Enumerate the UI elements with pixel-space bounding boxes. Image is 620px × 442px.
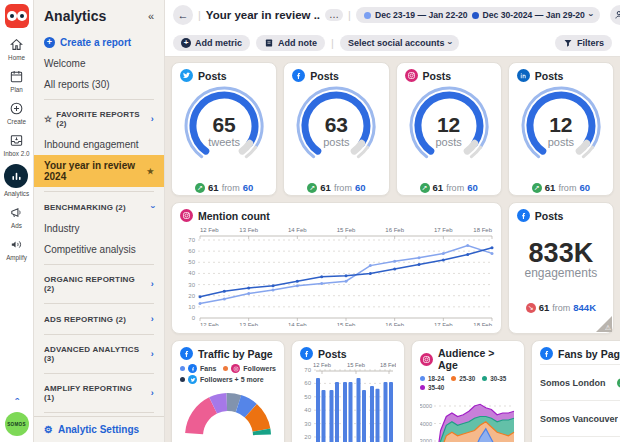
- nav-item-welcome[interactable]: Welcome: [34, 53, 164, 74]
- gauge-unit: posts: [517, 136, 605, 148]
- plus-circle-icon: [9, 100, 25, 116]
- svg-text:14 Feb: 14 Feb: [288, 227, 307, 233]
- svg-text:70: 70: [188, 237, 195, 243]
- gauge-linkedin: 12 posts: [517, 82, 605, 182]
- gauge-facebook: 63 posts: [292, 82, 380, 182]
- rail-item-analytics[interactable]: Analytics: [4, 164, 29, 197]
- fan-row[interactable]: Somos London ↗61 126K: [540, 364, 620, 400]
- rail-item-create[interactable]: Create: [7, 100, 26, 125]
- chevron-right-icon: ›: [151, 279, 154, 289]
- fan-row[interactable]: Somos Vancouver ↗61 62K: [540, 400, 620, 436]
- svg-text:4000: 4000: [420, 421, 432, 427]
- rail-item-ads[interactable]: Ads: [9, 204, 25, 229]
- report-toolbar: + Add metric Add note | Select social ac…: [165, 30, 620, 57]
- add-metric-label: Add metric: [195, 38, 242, 48]
- more-options-button[interactable]: …: [325, 9, 343, 21]
- add-note-label: Add note: [278, 38, 317, 48]
- audience-age-title: Audience > Age: [438, 347, 516, 371]
- legend-fans: Fans: [180, 364, 216, 373]
- analytic-settings-button[interactable]: ⚙ Analytic Settings: [34, 416, 164, 442]
- divider: |: [198, 9, 201, 21]
- svg-text:18 Feb: 18 Feb: [473, 322, 492, 326]
- date-range-picker[interactable]: Dec 23-19 — Jan 22-20 Dec 30-2024 — Jan …: [356, 7, 600, 23]
- report-topbar: ← | Your year in review .. … | Dec 23-19…: [165, 0, 620, 30]
- gauge-value: 12: [405, 114, 493, 136]
- from-value-link[interactable]: 60: [467, 182, 478, 193]
- change-value: 61: [539, 302, 550, 313]
- svg-text:20: 20: [188, 293, 195, 299]
- gauge-unit: tweets: [180, 136, 268, 148]
- gauge-card-instagram[interactable]: Posts 12 posts ↗ 61 from 60: [396, 62, 502, 196]
- audience-age-card[interactable]: Audience > Age 18-2425-3030-3535-40 2000…: [411, 340, 525, 442]
- svg-text:15 Feb: 15 Feb: [337, 227, 356, 233]
- nav-section-benchmarking-2[interactable]: BENCHMARKING (2) ›: [34, 196, 164, 218]
- posts-bar-card[interactable]: Posts 20 30 40 50 60 7012 Feb 15 Feb 18 …: [291, 340, 405, 442]
- engagements-value: 833K: [529, 240, 594, 266]
- compare-range-dot: [364, 12, 371, 19]
- nav-section-favorite-reports-2[interactable]: ☆ FAVORITE REPORTS (2) ›: [34, 104, 164, 134]
- pin-icon: ★: [147, 167, 154, 176]
- svg-text:10: 10: [188, 304, 195, 310]
- svg-text:50: 50: [188, 259, 195, 265]
- svg-text:20: 20: [304, 434, 311, 440]
- traffic-by-page-card[interactable]: Traffic by Page FansFollowersFollowers +…: [171, 340, 285, 442]
- from-value-link[interactable]: 60: [355, 182, 366, 193]
- up-change-icon: ↗: [195, 183, 205, 193]
- nav-item-inbound-engagement[interactable]: Inbound engagement: [34, 134, 164, 155]
- gauge-unit: posts: [292, 136, 380, 148]
- avatar[interactable]: SOMOS: [5, 412, 29, 436]
- from-value-link[interactable]: 60: [243, 182, 254, 193]
- share-user-button[interactable]: [610, 5, 620, 25]
- gauge-card-linkedin[interactable]: Posts 12 posts ↗ 61 from 60: [508, 62, 614, 196]
- middle-row: Mention count 01020304050607012 Feb12 Fe…: [171, 202, 614, 334]
- chevron-down-icon: ›: [585, 14, 595, 17]
- svg-text:30: 30: [188, 282, 195, 288]
- nav-section-amplify-reporting-1[interactable]: AMPLIFY REPORTING (1) ›: [34, 378, 164, 408]
- collapse-panel-icon[interactable]: «: [148, 10, 154, 22]
- engagements-card[interactable]: Posts 833K engagements ↘ 61 from 844K ⚠: [508, 202, 614, 334]
- calendar-icon: [9, 68, 25, 84]
- fans-by-page-card[interactable]: Fans by Page Somos London ↗61 126K Somos…: [531, 340, 620, 442]
- nav-item-your-year-in-review-2024[interactable]: Your year in review 2024★: [34, 155, 164, 187]
- divider: [44, 191, 154, 192]
- svg-text:13 Feb: 13 Feb: [239, 322, 258, 326]
- nav-section-ads-reporting-2[interactable]: ADS REPORTING (2) ›: [34, 308, 164, 330]
- filters-button[interactable]: Filters: [555, 35, 612, 51]
- rail-item-plan[interactable]: Plan: [9, 68, 25, 93]
- gauge-unit: posts: [405, 136, 493, 148]
- hootsuite-logo[interactable]: [5, 4, 29, 28]
- nav-item-competitive-analysis[interactable]: Competitive analysis: [34, 239, 164, 260]
- nav-item-all-reports-30[interactable]: All reports (30): [34, 74, 164, 95]
- create-report-link[interactable]: +Create a report: [34, 32, 164, 53]
- current-range-dot: [472, 12, 479, 19]
- divider: [44, 264, 154, 265]
- nav-section-advanced-analytics-3[interactable]: ADVANCED ANALYTICS (3) ›: [34, 339, 164, 369]
- from-value-link[interactable]: 844K: [573, 302, 596, 313]
- mention-count-card[interactable]: Mention count 01020304050607012 Feb12 Fe…: [171, 202, 502, 334]
- svg-text:12 Feb: 12 Feb: [200, 322, 219, 326]
- chevron-down-icon: ›: [445, 42, 455, 45]
- nav-item-industry[interactable]: Industry: [34, 218, 164, 239]
- rail-item-inbox-2-0[interactable]: Inbox 2.0: [4, 132, 30, 157]
- svg-text:18 Feb: 18 Feb: [473, 227, 492, 233]
- gauge-instagram: 12 posts: [405, 82, 493, 182]
- rail-item-amplify[interactable]: Amplify: [6, 236, 27, 261]
- fan-row[interactable]: ↘: [540, 436, 620, 442]
- from-value-link[interactable]: 60: [579, 182, 590, 193]
- analytic-settings-label: Analytic Settings: [58, 424, 139, 435]
- add-metric-button[interactable]: + Add metric: [173, 35, 250, 51]
- audience-area-chart: 2000 3000 4000 5000: [420, 391, 516, 442]
- note-icon: [264, 38, 274, 48]
- rail-item-home[interactable]: Home: [8, 36, 25, 61]
- chevron-up-icon[interactable]: ›: [12, 398, 22, 401]
- legend-30-35: 30-35: [482, 375, 506, 382]
- compare-range-label: Dec 23-19 — Jan 22-20: [375, 10, 468, 20]
- gauge-card-facebook[interactable]: Posts 63 posts ↗ 61 from 60: [283, 62, 389, 196]
- gauge-card-twitter[interactable]: Posts 65 tweets ↗ 61 from 60: [171, 62, 277, 196]
- plus-icon: +: [181, 38, 191, 48]
- nav-section-organic-reporting-2[interactable]: ORGANIC REPORTING (2) ›: [34, 269, 164, 299]
- add-note-button[interactable]: Add note: [256, 35, 325, 51]
- select-social-accounts-button[interactable]: Select social accounts ›: [340, 35, 460, 51]
- speaker-icon: [9, 236, 25, 252]
- back-button[interactable]: ←: [173, 5, 193, 25]
